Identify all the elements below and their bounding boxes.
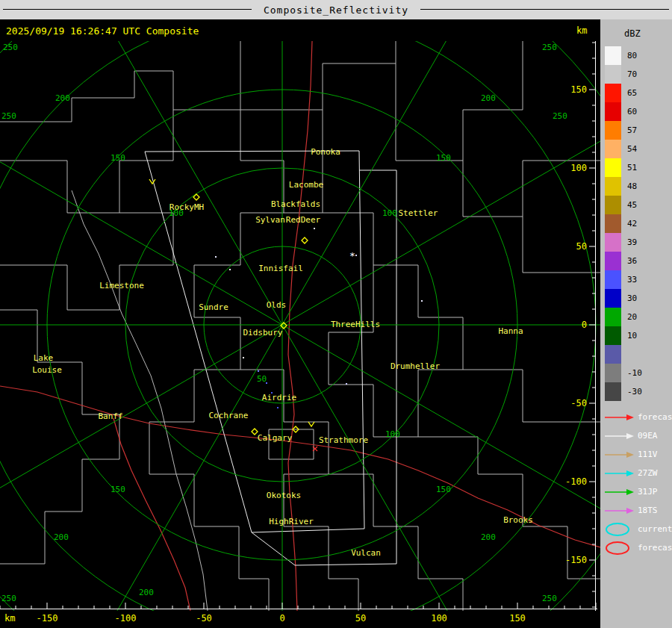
colorbar-entry: 39 (605, 233, 642, 252)
colorbar-entry: 57 (605, 121, 642, 140)
range-ring-label: 50 (257, 374, 267, 384)
echo-dot (346, 383, 347, 385)
town-label: Lake (34, 353, 54, 363)
town-label: Innisfail (258, 264, 303, 273)
colorbar-value: 80 (627, 51, 637, 60)
x-axis-label: -50 (196, 613, 212, 624)
y-axis-label: -100 (565, 476, 587, 487)
colorbar-entry: -30 (605, 382, 642, 401)
town-label: ThreeHills (331, 320, 380, 329)
colorbar-swatch (605, 326, 621, 345)
range-ring-label: 250 (553, 111, 567, 121)
range-ring-label: 200 (481, 93, 496, 103)
colorbar-swatch (605, 289, 621, 308)
echo-dot (421, 300, 423, 302)
county-boundary (0, 310, 119, 564)
colorbar-value: 33 (627, 275, 637, 285)
legend-item: current (603, 520, 672, 538)
colorbar-swatch (605, 121, 621, 140)
town-label: Louise (32, 365, 62, 375)
colorbar-swatch (605, 382, 621, 401)
county-boundary (240, 41, 396, 110)
town-label: Olds (267, 300, 287, 310)
legend-arrow-icon (603, 411, 635, 423)
colorbar-entry: 42 (605, 214, 642, 233)
legend-item-label: current (638, 524, 672, 534)
colorbar: 80706560575451484542393633302010-10-30 (605, 46, 642, 401)
range-ring-label: 250 (542, 43, 557, 52)
colorbar-value: 30 (627, 293, 637, 303)
legend-arrow-icon (603, 467, 635, 479)
legend-sidebar: dBZ 80706560575451484542393633302010-10-… (600, 19, 672, 628)
range-ring-label: 250 (1, 594, 16, 603)
colorbar-entry: 51 (605, 158, 642, 177)
colorbar-value: 65 (627, 88, 637, 98)
town-label: Sundre (199, 302, 228, 312)
legend-item-label: forecast (638, 543, 672, 553)
radar-map[interactable]: 2502001502502001502502501001005010015020… (0, 41, 600, 611)
colorbar-swatch (605, 177, 621, 196)
legend-item: 09EA (603, 426, 672, 445)
x-axis-label: -150 (37, 613, 58, 624)
colorbar-entry: 54 (605, 140, 642, 158)
chevron-marker-icon (149, 179, 155, 184)
asterisk-marker-icon: * (349, 250, 355, 261)
x-axis-label: 100 (431, 613, 447, 624)
chevron-marker-icon (308, 422, 314, 426)
legend-ellipse-icon (603, 522, 635, 537)
colorbar-swatch (605, 270, 621, 289)
county-boundary (72, 190, 208, 611)
town-label: Okotoks (267, 491, 301, 500)
range-ring-label: 150 (436, 485, 451, 494)
colorbar-value: 42 (627, 219, 637, 228)
town-label: Drumheller (391, 361, 441, 371)
colorbar-entry (605, 345, 642, 364)
echo-dot (314, 228, 315, 229)
town-label: Sylvan (255, 215, 285, 225)
x-axis-bar: km -150-100-50050100150 (0, 611, 600, 628)
colorbar-swatch (605, 65, 621, 84)
colorbar-entry: 60 (605, 102, 642, 121)
x-axis-label: 150 (509, 613, 526, 624)
town-label: Didsbury (243, 328, 283, 338)
colorbar-entry: 10 (605, 326, 642, 345)
colorbar-entry: -10 (605, 364, 642, 382)
town-label: Blackfalds (271, 199, 320, 209)
colorbar-swatch (605, 252, 621, 270)
range-ring-label: 150 (111, 153, 125, 163)
colorbar-title: dBZ (624, 28, 641, 39)
colorbar-entry: 33 (605, 270, 642, 289)
legend-item: 18TS (603, 501, 672, 520)
legend-arrow-icon (603, 486, 635, 498)
colorbar-value: 70 (627, 69, 637, 79)
station-diamond-icon (252, 429, 258, 435)
y-axis-label: 50 (576, 241, 587, 252)
window-title-bar: Composite_Reflectivity (0, 0, 672, 21)
colorbar-value: -30 (627, 387, 642, 397)
echo-dot (277, 407, 279, 408)
range-ring-label: 200 (481, 532, 496, 542)
range-ring-label: 100 (382, 208, 397, 218)
range-ring-label: 250 (1, 111, 16, 121)
town-label: Lacombe (289, 180, 323, 190)
highway-line (113, 418, 190, 611)
town-label: Stettler (399, 208, 438, 218)
echo-dot (243, 357, 244, 358)
legend-item-label: 18TS (638, 506, 658, 515)
legend-item-label: 09EA (638, 431, 658, 441)
town-label: Cochrane (209, 411, 249, 420)
legend-item: 27ZW (603, 464, 672, 482)
colorbar-value: 60 (627, 107, 637, 116)
range-ring-label: 150 (111, 485, 125, 494)
colorbar-value: 51 (627, 163, 637, 172)
colorbar-value: 45 (627, 200, 637, 210)
colorbar-swatch (605, 158, 621, 177)
echo-dot (266, 382, 267, 384)
colorbar-swatch (605, 345, 621, 364)
legend-arrow-icon (603, 449, 635, 461)
echo-dot (258, 370, 259, 372)
county-boundary (0, 41, 240, 122)
colorbar-value: 10 (627, 331, 637, 341)
legend-item: 111V (603, 445, 672, 464)
colorbar-entry: 80 (605, 46, 642, 65)
